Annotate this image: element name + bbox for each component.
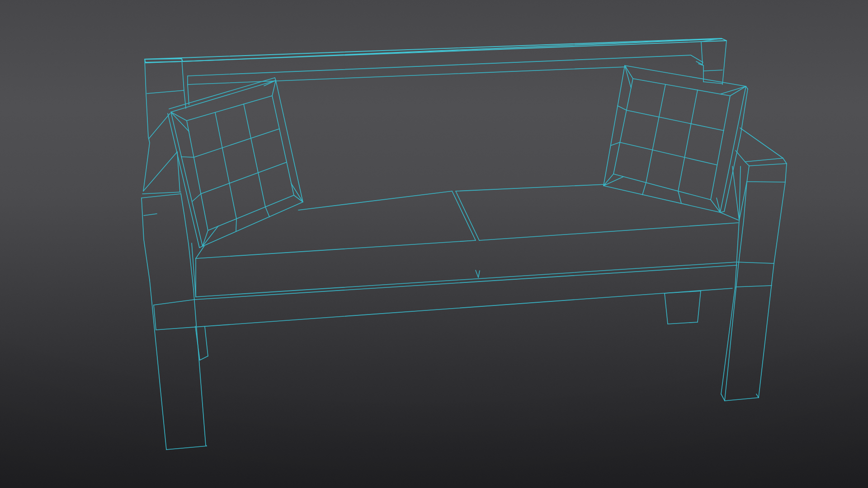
- 3d-viewport[interactable]: [0, 0, 868, 488]
- wireframe-canvas[interactable]: [0, 0, 868, 488]
- viewport-noise-overlay: [0, 0, 868, 488]
